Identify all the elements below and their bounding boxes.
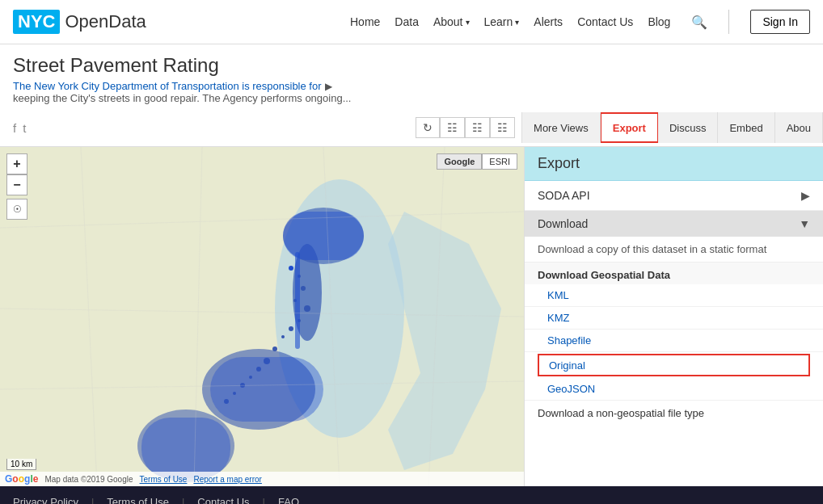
desc-more-text: keeping the City's streets in good repai… bbox=[13, 92, 810, 109]
chevron-down-icon: ▾ bbox=[466, 18, 470, 27]
export-header: Export bbox=[525, 147, 823, 181]
desc-arrow-icon: ▶ bbox=[325, 81, 332, 92]
search-icon[interactable]: 🔍 bbox=[691, 15, 707, 30]
kmz-link[interactable]: KMZ bbox=[525, 307, 823, 330]
tab-row: f t ↻ ☷ ☷ ☷ More Views Export Discuss Em… bbox=[0, 109, 823, 147]
original-link[interactable]: Original bbox=[549, 359, 585, 372]
export-panel: Export SODA API ▶ Download ▼ Download a … bbox=[524, 147, 823, 486]
social-icons: f t bbox=[13, 121, 26, 135]
svg-point-10 bbox=[301, 286, 306, 291]
map-type-buttons: Google ESRI bbox=[437, 153, 517, 170]
map-controls: + − ☉ bbox=[6, 153, 27, 223]
map-report-link[interactable]: Report a map error bbox=[193, 475, 261, 484]
top-nav: NYC OpenData Home Data About ▾ Learn ▾ A… bbox=[0, 0, 823, 44]
non-geo-title: Download a non-geospatial file type bbox=[525, 401, 823, 422]
tab-discuss[interactable]: Discuss bbox=[658, 112, 719, 143]
nav-links: Home Data About ▾ Learn ▾ Alerts Contact… bbox=[350, 10, 810, 34]
zoom-out-button[interactable]: − bbox=[6, 174, 27, 195]
svg-rect-23 bbox=[295, 252, 300, 349]
esri-map-btn[interactable]: ESRI bbox=[482, 153, 517, 170]
nav-about-label: About bbox=[433, 15, 463, 28]
tab-buttons: More Views Export Discuss Embed Abou bbox=[521, 112, 823, 143]
footer-divider-3: | bbox=[263, 496, 265, 504]
download-section-header[interactable]: Download ▼ bbox=[525, 211, 823, 237]
map-footer: Google Map data ©2019 Google Terms of Us… bbox=[0, 472, 524, 486]
map-placeholder: + − ☉ Google ESRI 10 km Google Map data … bbox=[0, 147, 524, 486]
geo-section-title: Download Geospatial Data bbox=[525, 262, 823, 284]
nav-learn-dropdown[interactable]: Learn ▾ bbox=[484, 15, 520, 28]
tab-more-views[interactable]: More Views bbox=[521, 112, 601, 143]
shapefile-link[interactable]: Shapefile bbox=[525, 330, 823, 352]
nav-alerts[interactable]: Alerts bbox=[534, 15, 563, 28]
terms-of-use-link[interactable]: Terms of Use bbox=[107, 496, 169, 504]
page-title-area: Street Pavement Rating The New York City… bbox=[0, 44, 823, 109]
download-description: Download a copy of this dataset in a sta… bbox=[525, 237, 823, 262]
refresh-icon-btn[interactable]: ↻ bbox=[416, 117, 440, 138]
nav-blog[interactable]: Blog bbox=[648, 15, 670, 28]
google-logo: Google bbox=[5, 473, 38, 485]
list-view-icon-btn[interactable]: ☷ bbox=[465, 117, 490, 138]
table-view-icon-btn[interactable]: ☷ bbox=[490, 117, 515, 138]
soda-arrow-icon: ▶ bbox=[801, 189, 810, 202]
svg-point-8 bbox=[289, 266, 293, 271]
tab-export[interactable]: Export bbox=[601, 112, 658, 143]
view-icons: ↻ ☷ ☷ ☷ bbox=[416, 117, 515, 138]
grid-view-icon-btn[interactable]: ☷ bbox=[440, 117, 465, 138]
soda-api-label: SODA API bbox=[538, 189, 590, 202]
map-overlay-svg bbox=[0, 147, 524, 486]
chevron-down-icon: ▾ bbox=[515, 18, 519, 27]
desc-text: The New York City Department of Transpor… bbox=[13, 80, 322, 92]
svg-point-12 bbox=[304, 305, 310, 312]
footer-divider-1: | bbox=[91, 496, 94, 504]
contact-us-link[interactable]: Contact Us bbox=[197, 496, 249, 504]
map-area: + − ☉ Google ESRI 10 km Google Map data … bbox=[0, 147, 524, 486]
logo-text: OpenData bbox=[65, 11, 146, 32]
svg-rect-25 bbox=[283, 212, 364, 260]
compass-button[interactable]: ☉ bbox=[6, 199, 27, 220]
download-desc-text: Download a copy of this dataset in a sta… bbox=[538, 243, 766, 255]
twitter-icon[interactable]: t bbox=[23, 121, 26, 135]
main-content: + − ☉ Google ESRI 10 km Google Map data … bbox=[0, 147, 823, 486]
page-description: The New York City Department of Transpor… bbox=[13, 80, 810, 92]
facebook-icon[interactable]: f bbox=[13, 121, 16, 135]
faq-link[interactable]: FAQ bbox=[278, 496, 299, 504]
google-map-btn[interactable]: Google bbox=[437, 153, 482, 170]
sign-in-button[interactable]: Sign In bbox=[750, 10, 810, 34]
soda-api-row[interactable]: SODA API ▶ bbox=[525, 181, 823, 211]
nav-about-dropdown[interactable]: About ▾ bbox=[433, 15, 470, 28]
map-data-text: Map data ©2019 Google bbox=[44, 475, 133, 484]
tab-embed[interactable]: Embed bbox=[718, 112, 774, 143]
svg-rect-24 bbox=[210, 357, 323, 422]
kml-link[interactable]: KML bbox=[525, 284, 823, 307]
download-chevron-icon: ▼ bbox=[799, 217, 810, 230]
footer-divider-2: | bbox=[182, 496, 184, 504]
geojson-link[interactable]: GeoJSON bbox=[525, 378, 823, 401]
map-scale: 10 km bbox=[6, 459, 36, 470]
tab-about[interactable]: Abou bbox=[775, 112, 823, 143]
logo-nyc[interactable]: NYC bbox=[13, 10, 60, 34]
nav-data[interactable]: Data bbox=[395, 15, 419, 28]
map-terms-link[interactable]: Terms of Use bbox=[140, 475, 188, 484]
svg-point-16 bbox=[272, 346, 277, 351]
svg-rect-26 bbox=[141, 418, 230, 478]
nav-divider bbox=[728, 10, 729, 34]
footer: Privacy Policy | Terms of Use | Contact … bbox=[0, 486, 823, 504]
svg-point-14 bbox=[289, 326, 293, 331]
svg-point-15 bbox=[281, 335, 285, 338]
logo-area: NYC OpenData bbox=[13, 10, 146, 34]
nav-home[interactable]: Home bbox=[350, 15, 380, 28]
nav-learn-label: Learn bbox=[484, 15, 513, 28]
zoom-in-button[interactable]: + bbox=[6, 153, 27, 174]
page-title: Street Pavement Rating bbox=[13, 54, 810, 77]
nav-contact-us[interactable]: Contact Us bbox=[577, 15, 633, 28]
download-label: Download bbox=[538, 217, 588, 230]
privacy-policy-link[interactable]: Privacy Policy bbox=[13, 496, 78, 504]
